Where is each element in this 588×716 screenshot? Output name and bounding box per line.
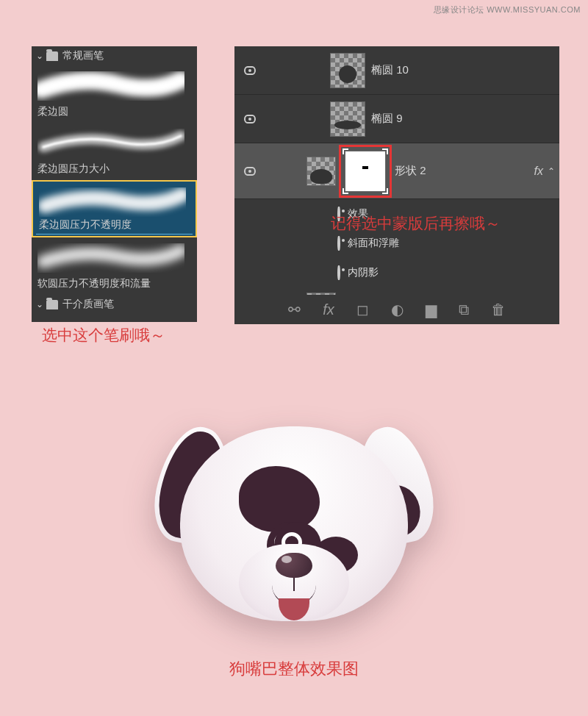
brush-item-label: 柔边圆 bbox=[37, 105, 191, 118]
brush-group-regular[interactable]: ⌄ 常规画笔 bbox=[32, 46, 197, 65]
layers-panel: 椭圆 10 椭圆 9 形状 2 fx ⌃ 效果 bbox=[234, 46, 559, 324]
brush-panel: ⌄ 常规画笔 柔边圆 柔边圆压力大小 柔边圆压力不透明度 软圆压力不透明度和流量… bbox=[32, 46, 197, 322]
folder-icon bbox=[46, 300, 58, 309]
layer-row[interactable]: 椭圆 9 bbox=[234, 95, 559, 143]
layer-name: 椭圆 10 bbox=[371, 63, 409, 77]
effect-name: 斜面和浮雕 bbox=[348, 237, 399, 250]
layer-thumbnail bbox=[330, 53, 365, 88]
watermark-text: 思缘设计论坛 WWW.MISSYUAN.COM bbox=[434, 4, 581, 15]
layer-mask-thumbnail[interactable] bbox=[345, 151, 386, 192]
brush-stroke-icon bbox=[37, 71, 184, 101]
chevron-down-icon: ⌄ bbox=[36, 51, 43, 61]
folder-icon bbox=[46, 51, 58, 61]
group-icon[interactable]: ▆ bbox=[426, 301, 437, 318]
brush-group-label: 干介质画笔 bbox=[62, 298, 114, 311]
chevron-up-icon[interactable]: ⌃ bbox=[548, 166, 555, 176]
fx-icon[interactable]: fx bbox=[323, 301, 334, 318]
layer-thumbnail bbox=[330, 101, 365, 137]
dog-nose bbox=[276, 553, 312, 578]
brush-item-pressure-size[interactable]: 柔边圆压力大小 bbox=[32, 123, 197, 180]
trash-icon[interactable]: 🗑 bbox=[491, 301, 506, 318]
brush-item-pressure-opacity[interactable]: 柔边圆压力不透明度 bbox=[32, 180, 197, 237]
effect-row-item[interactable]: 内阴影 bbox=[234, 258, 559, 287]
layer-thumbnail bbox=[306, 157, 336, 186]
dog-muzzle bbox=[239, 544, 349, 621]
eye-icon[interactable] bbox=[337, 236, 340, 251]
dog-tongue bbox=[279, 598, 309, 620]
brush-item-label: 软圆压力不透明度和流量 bbox=[37, 277, 191, 290]
brush-caption: 选中这个笔刷哦～ bbox=[42, 325, 165, 346]
fx-label: fx bbox=[534, 165, 543, 178]
layer-name: 椭圆 9 bbox=[371, 112, 403, 126]
new-layer-icon[interactable]: ⧉ bbox=[459, 301, 469, 318]
layer-name: 形状 2 bbox=[395, 164, 426, 178]
layer-row-selected[interactable]: 形状 2 fx ⌃ bbox=[234, 143, 559, 199]
eye-icon[interactable] bbox=[244, 167, 256, 176]
brush-stroke-icon bbox=[37, 129, 184, 158]
mask-caption: 记得选中蒙版后再擦哦～ bbox=[331, 213, 501, 234]
dog-illustration bbox=[136, 397, 452, 647]
brush-item-label: 柔边圆压力不透明度 bbox=[39, 218, 190, 232]
layers-footer: ⚯ fx ◻ ◐ ▆ ⧉ 🗑 bbox=[234, 295, 559, 324]
brush-stroke-icon bbox=[37, 243, 184, 273]
layer-row[interactable]: 椭圆 10 bbox=[234, 46, 559, 95]
mask-icon[interactable]: ◻ bbox=[356, 301, 369, 318]
brush-item-label: 柔边圆压力大小 bbox=[37, 162, 191, 176]
chevron-down-icon: ⌄ bbox=[36, 299, 43, 309]
brush-item-soft-round[interactable]: 柔边圆 bbox=[32, 65, 197, 123]
layer-row[interactable]: 手斗 fx ⌃ bbox=[234, 287, 559, 295]
brush-item-soft-opacity-flow[interactable]: 软圆压力不透明度和流量 bbox=[32, 237, 197, 295]
eye-icon[interactable] bbox=[337, 265, 340, 280]
brush-group-dry[interactable]: ⌄ 干介质画笔 bbox=[32, 295, 197, 314]
brush-stroke-icon bbox=[39, 187, 186, 217]
eye-icon[interactable] bbox=[244, 115, 256, 123]
brush-group-label: 常规画笔 bbox=[62, 49, 104, 62]
eye-icon[interactable] bbox=[244, 66, 256, 75]
adjust-icon[interactable]: ◐ bbox=[391, 301, 404, 318]
effect-name: 内阴影 bbox=[348, 266, 379, 279]
dog-spot bbox=[239, 466, 320, 532]
link-icon[interactable]: ⚯ bbox=[288, 301, 301, 318]
dog-caption: 狗嘴巴整体效果图 bbox=[0, 658, 588, 680]
